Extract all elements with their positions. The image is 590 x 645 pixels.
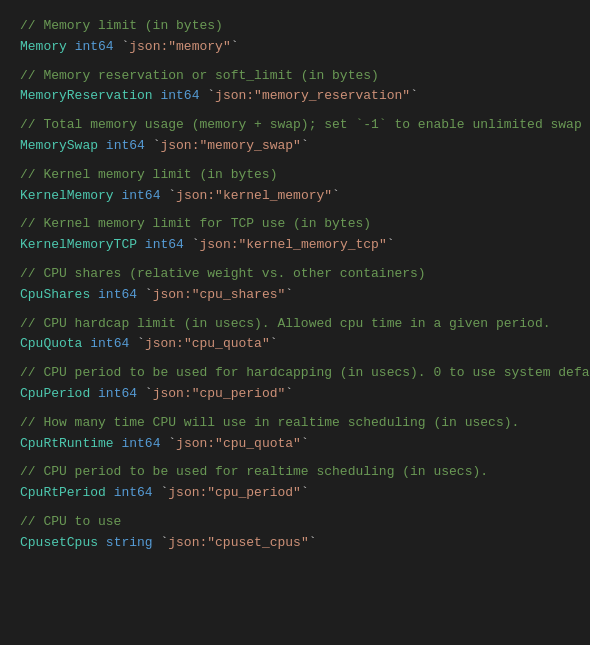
json-tag: json:"cpuset_cpus" [168, 535, 308, 550]
json-tag: json:"cpu_quota" [176, 436, 301, 451]
comment-text: // CPU hardcap limit (in usecs). Allowed… [20, 314, 570, 335]
code-entry: // Memory reservation or soft_limit (in … [20, 66, 570, 108]
field-line: CpuRtRuntime int64 `json:"cpu_quota"` [20, 434, 570, 455]
field-line: CpuShares int64 `json:"cpu_shares"` [20, 285, 570, 306]
code-entry: // Memory limit (in bytes)Memory int64 `… [20, 16, 570, 58]
code-entry: // Kernel memory limit for TCP use (in b… [20, 214, 570, 256]
comment-text: // CPU shares (relative weight vs. other… [20, 264, 570, 285]
backtick-close: ` [309, 535, 317, 550]
code-view: // Memory limit (in bytes)Memory int64 `… [20, 16, 570, 562]
type-name: int64 [145, 237, 184, 252]
field-name: CpuRtRuntime [20, 436, 114, 451]
json-tag: json:"memory_reservation" [215, 88, 410, 103]
backtick-close: ` [231, 39, 239, 54]
json-tag: json:"cpu_quota" [145, 336, 270, 351]
field-name: KernelMemoryTCP [20, 237, 137, 252]
field-line: KernelMemoryTCP int64 `json:"kernel_memo… [20, 235, 570, 256]
field-name: CpuPeriod [20, 386, 90, 401]
type-name: int64 [106, 138, 145, 153]
json-tag: json:"cpu_shares" [153, 287, 286, 302]
json-tag: json:"memory_swap" [160, 138, 300, 153]
comment-text: // Kernel memory limit for TCP use (in b… [20, 214, 570, 235]
backtick-close: ` [387, 237, 395, 252]
code-entry: // CPU to useCpusetCpus string `json:"cp… [20, 512, 570, 554]
type-name: int64 [121, 436, 160, 451]
comment-text: // Memory reservation or soft_limit (in … [20, 66, 570, 87]
code-entry: // How many time CPU will use in realtim… [20, 413, 570, 455]
comment-text: // CPU period to be used for realtime sc… [20, 462, 570, 483]
code-entry: // CPU period to be used for realtime sc… [20, 462, 570, 504]
type-name: int64 [75, 39, 114, 54]
field-name: CpuQuota [20, 336, 82, 351]
code-entry: // Total memory usage (memory + swap); s… [20, 115, 570, 157]
code-entry: // CPU hardcap limit (in usecs). Allowed… [20, 314, 570, 356]
backtick-close: ` [270, 336, 278, 351]
type-name: int64 [121, 188, 160, 203]
comment-text: // Kernel memory limit (in bytes) [20, 165, 570, 186]
field-name: KernelMemory [20, 188, 114, 203]
field-name: Memory [20, 39, 67, 54]
backtick-open: ` [168, 188, 176, 203]
field-line: CpuRtPeriod int64 `json:"cpu_period"` [20, 483, 570, 504]
backtick-close: ` [285, 287, 293, 302]
field-name: MemorySwap [20, 138, 98, 153]
comment-text: // Total memory usage (memory + swap); s… [20, 115, 570, 136]
json-tag: json:"kernel_memory" [176, 188, 332, 203]
code-entry: // CPU shares (relative weight vs. other… [20, 264, 570, 306]
backtick-open: ` [145, 386, 153, 401]
field-line: CpuPeriod int64 `json:"cpu_period"` [20, 384, 570, 405]
type-name: int64 [90, 336, 129, 351]
backtick-close: ` [410, 88, 418, 103]
field-name: CpuRtPeriod [20, 485, 106, 500]
code-entry: // CPU period to be used for hardcapping… [20, 363, 570, 405]
backtick-open: ` [137, 336, 145, 351]
backtick-open: ` [168, 436, 176, 451]
field-name: MemoryReservation [20, 88, 153, 103]
backtick-close: ` [332, 188, 340, 203]
backtick-close: ` [301, 485, 309, 500]
type-name: int64 [98, 386, 137, 401]
comment-text: // CPU to use [20, 512, 570, 533]
field-line: CpusetCpus string `json:"cpuset_cpus"` [20, 533, 570, 554]
comment-text: // Memory limit (in bytes) [20, 16, 570, 37]
code-entry: // Kernel memory limit (in bytes)KernelM… [20, 165, 570, 207]
field-line: MemoryReservation int64 `json:"memory_re… [20, 86, 570, 107]
backtick-open: ` [207, 88, 215, 103]
backtick-open: ` [145, 287, 153, 302]
type-name: string [106, 535, 153, 550]
backtick-close: ` [301, 138, 309, 153]
comment-text: // How many time CPU will use in realtim… [20, 413, 570, 434]
json-tag: json:"kernel_memory_tcp" [199, 237, 386, 252]
field-line: KernelMemory int64 `json:"kernel_memory"… [20, 186, 570, 207]
backtick-close: ` [301, 436, 309, 451]
field-name: CpusetCpus [20, 535, 98, 550]
json-tag: json:"memory" [129, 39, 230, 54]
field-name: CpuShares [20, 287, 90, 302]
field-line: MemorySwap int64 `json:"memory_swap"` [20, 136, 570, 157]
field-line: Memory int64 `json:"memory"` [20, 37, 570, 58]
type-name: int64 [160, 88, 199, 103]
backtick-close: ` [285, 386, 293, 401]
field-line: CpuQuota int64 `json:"cpu_quota"` [20, 334, 570, 355]
comment-text: // CPU period to be used for hardcapping… [20, 363, 570, 384]
json-tag: json:"cpu_period" [153, 386, 286, 401]
type-name: int64 [114, 485, 153, 500]
json-tag: json:"cpu_period" [168, 485, 301, 500]
type-name: int64 [98, 287, 137, 302]
